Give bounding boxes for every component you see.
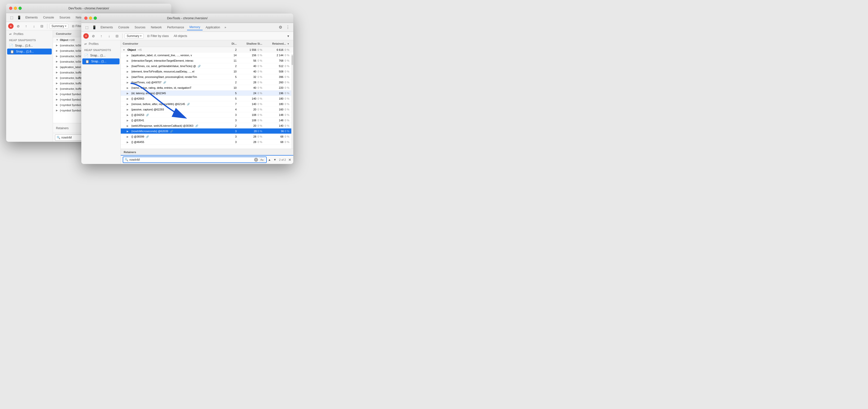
- all-objects-btn-2[interactable]: All objects: [172, 34, 189, 38]
- tab-sources-1[interactable]: Sources: [57, 15, 73, 20]
- row-remove-before[interactable]: ▶ {remove, before, after, replaceWith} @…: [121, 101, 293, 107]
- retainers-label-1: Retainers: [56, 126, 68, 130]
- traffic-lights-2: [84, 17, 97, 20]
- upload-button-1[interactable]: ↑: [23, 23, 29, 29]
- heap-item-2-2[interactable]: 📋 Snap... (1...: [82, 58, 120, 64]
- profiles-label-2: Profiles: [89, 42, 99, 46]
- row-empty5[interactable]: ▶ {} @46455 3 28 0 % 68 0 %: [121, 139, 293, 145]
- collect-button-1[interactable]: ⊟: [39, 23, 45, 29]
- record-button-1[interactable]: ●: [8, 23, 13, 29]
- heap-icon-1-1: 📄: [9, 43, 13, 48]
- dropdown-arrow-2: ▾: [140, 34, 142, 37]
- col-header-distance[interactable]: Di...: [225, 42, 240, 45]
- row-empty2[interactable]: ▶ {} @34253 🔗 3 108 0 % 148 0 %: [121, 112, 293, 118]
- settings-icon-2[interactable]: ⚙: [277, 24, 284, 31]
- inspect-icon-1[interactable]: ⬚: [8, 14, 15, 21]
- window-title-1: DevTools - chrome://version/: [68, 6, 109, 10]
- close-button-1[interactable]: [9, 7, 12, 10]
- minimize-button-1[interactable]: [14, 7, 17, 10]
- search-icon-1: 🔍: [57, 136, 60, 139]
- traffic-lights-1: [9, 7, 22, 10]
- device-icon-2[interactable]: 📱: [91, 24, 98, 31]
- close-button-2[interactable]: [84, 17, 88, 20]
- profiles-header-1: ⇌ Profiles: [6, 30, 53, 37]
- col-header-constructor[interactable]: Constructor: [123, 42, 225, 45]
- search-prev-button[interactable]: ▲: [267, 157, 272, 163]
- upload-button-2[interactable]: ↑: [98, 33, 104, 39]
- heap-icon-1-2: 📋: [10, 50, 14, 54]
- maximize-button-1[interactable]: [19, 7, 22, 10]
- row-name-value[interactable]: ▶ {name, value, rating, delta, entries, …: [121, 85, 293, 90]
- tab-application-2[interactable]: Application: [203, 25, 222, 30]
- row-empty1[interactable]: ▶ {} @42663 5 140 0 % 180 0 %: [121, 96, 293, 101]
- row-loadtimes-csi[interactable]: ▶ {loadTimes, csi, send, getVariableValu…: [121, 63, 293, 69]
- tab-console-1[interactable]: Console: [41, 15, 56, 20]
- row-loadtimes-csi2[interactable]: ▶ {loadTimes, csi} @49707 🔗 2 28 0 % 260…: [121, 80, 293, 85]
- row-element-time[interactable]: ▶ {element, timeToFirstByte, resourceLoa…: [121, 69, 293, 74]
- row-app-label[interactable]: ▶ {application_label, cl, command_line, …: [121, 53, 293, 58]
- heap-item-1-1[interactable]: 📄 Snap... (1.6...: [6, 42, 53, 49]
- tab-more-2[interactable]: »: [223, 25, 228, 30]
- row-interaction-target[interactable]: ▶ {interactionTarget, interactionTargetE…: [121, 58, 293, 63]
- download-button-1[interactable]: ↓: [31, 23, 37, 29]
- tab-performance-2[interactable]: Performance: [165, 25, 187, 30]
- tab-memory-2[interactable]: Memory: [187, 24, 203, 30]
- col-header-retained[interactable]: Retained... ▼: [264, 42, 291, 45]
- more-icon-2[interactable]: ⋮: [284, 24, 291, 31]
- heap-item-2-1[interactable]: 📄 Snap... (1...: [81, 53, 121, 58]
- row-webui[interactable]: ▶ {webUIResponse, webUIListenerCallback}…: [121, 123, 293, 128]
- summary-dropdown-1[interactable]: Summary ▾: [49, 24, 68, 29]
- row-empty3[interactable]: ▶ {} @53541 3 108 0 % 148 0 %: [121, 118, 293, 123]
- heap-item-label-2-2: Snap... (1...: [91, 60, 106, 63]
- expand-arrow-1: ▼: [56, 38, 59, 41]
- row-passive-capture[interactable]: ▶ {passive, capture} @62293 4 20 0 % 160…: [121, 107, 293, 112]
- tab-sources-2[interactable]: Sources: [132, 25, 148, 30]
- search-case-button[interactable]: Aa: [259, 158, 265, 162]
- retainers-section-2: Retainers: [121, 149, 293, 155]
- sort-icon: ▼: [287, 42, 289, 45]
- device-icon-1[interactable]: 📱: [16, 14, 23, 21]
- filter-icon-1: ⊟: [72, 24, 74, 28]
- summary-dropdown-2[interactable]: Summary ▾: [124, 33, 144, 38]
- heap-item-label-1-1: Snap... (1.6...: [15, 44, 33, 47]
- search-input-2[interactable]: [129, 158, 254, 162]
- row-id-latency[interactable]: ▶ {id, latency, entries} @62345 5 24 0 %…: [121, 90, 293, 96]
- tab-elements-2[interactable]: Elements: [98, 25, 115, 30]
- window-title-2: DevTools - chrome://version/: [167, 16, 208, 20]
- record-button-2[interactable]: ●: [83, 33, 89, 39]
- scrollbar-track[interactable]: [291, 54, 293, 149]
- filter-button-2[interactable]: ⊟ Filter by class: [145, 34, 170, 38]
- maximize-button-2[interactable]: [94, 17, 97, 20]
- search-clear-button[interactable]: ✕: [254, 158, 258, 162]
- sidebar-1: ⇌ Profiles Heap snapshots 📄 Snap... (1.6…: [6, 30, 53, 142]
- row-object[interactable]: ▼ Object ×45 2 1 556 0 % 6 616 0 %: [121, 47, 293, 53]
- row-starttime[interactable]: ▶ {startTime, processingStart, processin…: [121, 74, 293, 80]
- stop-button-2[interactable]: ⊘: [90, 33, 97, 39]
- inspect-icon-2[interactable]: ⬚: [83, 24, 90, 31]
- constructor-area-2[interactable]: ▼ Object ×45 2 1 556 0 % 6 616 0 % ▶ {ap…: [121, 47, 293, 149]
- tab-network-2[interactable]: Network: [148, 25, 164, 30]
- row-empty4[interactable]: ▶ {} @38399 🔗 3 28 0 % 68 0 %: [121, 134, 293, 139]
- heap-icon-2-1: 📄: [84, 54, 88, 57]
- collect-button-2[interactable]: ⊟: [114, 33, 120, 39]
- heap-item-1-2[interactable]: 📋 Snap... (1.6...: [7, 49, 52, 55]
- toolbar-2: ● ⊘ ↑ ↓ ⊟ Summary ▾ ⊟ Filter by class Al…: [81, 32, 293, 40]
- row-nowinmicroseconds[interactable]: ▶ {nowInMicroseconds} @62039 🔗 3 28 0 % …: [121, 128, 293, 134]
- summary-label-1: Summary: [52, 24, 64, 28]
- retainers-label-2: Retainers: [124, 151, 136, 154]
- search-area-2: 🔍 ✕ Aa ▲ ▼ 2 of 2 ✕: [121, 155, 293, 164]
- search-close-button[interactable]: ✕: [288, 158, 291, 162]
- tab-console-2[interactable]: Console: [116, 25, 132, 30]
- tab-elements-1[interactable]: Elements: [23, 15, 40, 20]
- tabbar-2: ⬚ 📱 Elements Console Sources Network Per…: [81, 23, 293, 32]
- filter-down-icon-2[interactable]: ▾: [285, 33, 291, 39]
- col-header-shallow[interactable]: Shallow Si...: [240, 42, 264, 45]
- search-next-button[interactable]: ▼: [272, 157, 278, 163]
- search-input-wrap-2[interactable]: 🔍 ✕ Aa: [123, 156, 267, 163]
- adjust-icon-2: ⇌: [84, 42, 87, 46]
- minimize-button-2[interactable]: [89, 17, 92, 20]
- download-button-2[interactable]: ↓: [106, 33, 113, 39]
- scrollbar-thumb[interactable]: [291, 55, 293, 65]
- main-panel-2: Constructor Di... Shallow Si... Retained…: [121, 40, 293, 164]
- stop-button-1[interactable]: ⊘: [15, 23, 22, 29]
